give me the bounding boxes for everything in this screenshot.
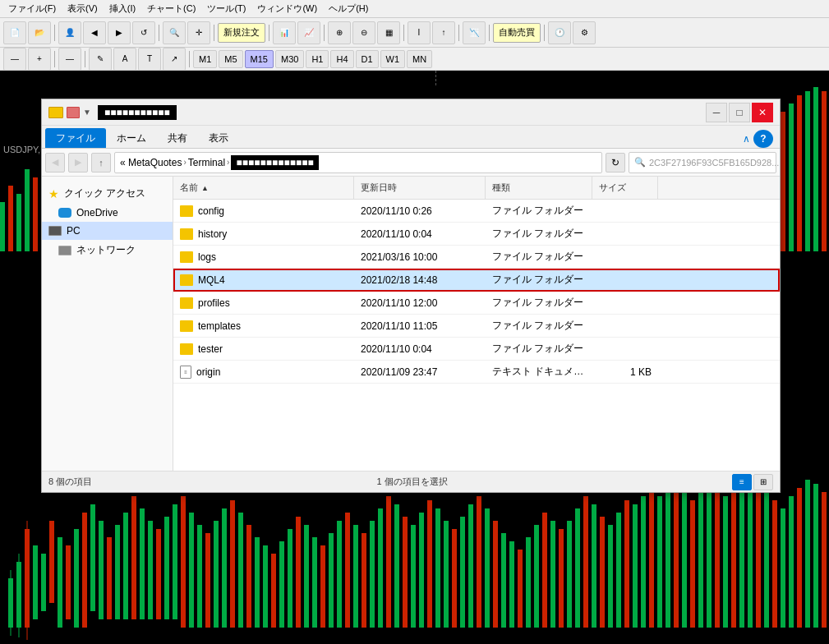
svg-rect-84: [649, 488, 654, 628]
onedrive-label: OneDrive: [76, 207, 118, 218]
tab-file[interactable]: ファイル: [45, 128, 106, 148]
file-row-config[interactable]: config 2020/11/10 0:26 ファイル フォルダー: [173, 200, 780, 223]
svg-rect-74: [567, 521, 572, 628]
star-icon: ★: [48, 187, 59, 200]
toolbar-arrow[interactable]: ↗: [163, 48, 186, 71]
svg-rect-32: [222, 508, 227, 628]
toolbar-bar2[interactable]: ↑: [432, 21, 455, 44]
address-bar: ◀ ▶ ↑ « MetaQuotes › Terminal › ■■■■■■■■…: [42, 149, 780, 177]
refresh-button[interactable]: ↻: [606, 153, 625, 172]
menu-file[interactable]: ファイル(F): [3, 1, 61, 16]
sidebar-item-network[interactable]: ネットワーク: [42, 240, 173, 260]
file-row-origin[interactable]: ≡ origin 2020/11/09 23:47 テキスト ドキュメント 1 …: [173, 361, 780, 384]
toolbar-line[interactable]: —: [3, 48, 26, 71]
toolbar-minus[interactable]: —: [58, 48, 81, 71]
toolbar-new-order[interactable]: 新規注文: [218, 23, 265, 43]
tf-w1[interactable]: W1: [380, 50, 406, 68]
addr-sep2: ›: [227, 158, 229, 167]
col-header-type[interactable]: 種類: [486, 177, 592, 199]
sidebar-item-onedrive[interactable]: OneDrive: [42, 204, 173, 222]
toolbar-forward[interactable]: ▶: [108, 21, 131, 44]
svg-rect-80: [616, 513, 621, 628]
svg-rect-40: [288, 529, 292, 628]
minimize-button[interactable]: ─: [706, 103, 727, 122]
toolbar-indicator[interactable]: 📈: [297, 21, 320, 44]
file-row-profiles[interactable]: profiles 2020/11/10 12:00 ファイル フォルダー: [173, 292, 780, 315]
help-button[interactable]: ?: [753, 130, 773, 148]
toolbar-history[interactable]: 📊: [273, 21, 296, 44]
svg-rect-82: [633, 504, 638, 628]
toolbar-text2[interactable]: T: [138, 48, 161, 71]
ribbon-collapse[interactable]: ∧: [743, 133, 750, 145]
toolbar-back[interactable]: ◀: [83, 21, 106, 44]
close-button[interactable]: ✕: [752, 103, 773, 122]
file-row-tester[interactable]: tester 2020/11/10 0:04 ファイル フォルダー: [173, 338, 780, 361]
view-details-button[interactable]: ≡: [732, 474, 752, 490]
toolbar-zoom-out[interactable]: ⊖: [352, 21, 375, 44]
svg-rect-86: [666, 492, 670, 628]
toolbar-draw[interactable]: ✎: [89, 48, 112, 71]
sidebar-item-pc[interactable]: PC: [42, 222, 173, 240]
file-row-history[interactable]: history 2020/11/10 0:04 ファイル フォルダー: [173, 223, 780, 246]
file-type-config: ファイル フォルダー: [486, 204, 592, 218]
back-button[interactable]: ◀: [45, 153, 65, 172]
tf-mn[interactable]: MN: [407, 50, 432, 68]
toolbar-zoom-bars[interactable]: ▦: [377, 21, 400, 44]
svg-rect-108: [16, 194, 21, 251]
menu-insert[interactable]: 挿入(I): [104, 1, 140, 16]
toolbar-clock[interactable]: 🕐: [548, 21, 571, 44]
file-row-templates[interactable]: templates 2020/11/10 11:05 ファイル フォルダー: [173, 315, 780, 338]
menu-window[interactable]: ウィンドウ(W): [252, 1, 322, 16]
svg-rect-25: [164, 517, 169, 619]
view-large-button[interactable]: ⊞: [753, 474, 773, 490]
toolbar-zoom-in[interactable]: 🔍: [163, 21, 186, 44]
toolbar-crosshair[interactable]: ✛: [187, 21, 210, 44]
svg-rect-91: [707, 484, 712, 628]
svg-rect-99: [772, 500, 777, 628]
tf-h1[interactable]: H1: [306, 50, 329, 68]
forward-button[interactable]: ▶: [68, 153, 88, 172]
tf-m5[interactable]: M5: [219, 50, 242, 68]
tf-h4[interactable]: H4: [330, 50, 353, 68]
file-row-logs[interactable]: logs 2021/03/16 10:00 ファイル フォルダー: [173, 246, 780, 269]
candles-area: [0, 480, 829, 644]
tab-home[interactable]: ホーム: [106, 128, 157, 148]
svg-rect-43: [312, 537, 317, 628]
folder-icon-tester: [180, 343, 193, 355]
toolbar-settings[interactable]: ⚙: [573, 21, 596, 44]
search-box[interactable]: 🔍 2C3F27196F93C5FB165D928...: [629, 152, 776, 173]
toolbar-text[interactable]: A: [113, 48, 136, 71]
menu-view[interactable]: 表示(V): [62, 1, 103, 16]
toolbar-refresh[interactable]: ↺: [132, 21, 155, 44]
toolbar-open[interactable]: 📂: [28, 21, 51, 44]
file-row-mql4[interactable]: MQL4 2021/02/18 14:48 ファイル フォルダー: [173, 269, 780, 292]
tf-m1[interactable]: M1: [193, 50, 217, 68]
menu-help[interactable]: ヘルプ(H): [324, 1, 373, 16]
content-area: ★ クイック アクセス OneDrive PC ネットワーク 名前: [42, 177, 780, 471]
toolbar-profiles[interactable]: 👤: [58, 21, 81, 44]
col-header-name[interactable]: 名前 ▲: [173, 177, 354, 199]
toolbar-bar1[interactable]: I: [408, 21, 431, 44]
maximize-button[interactable]: □: [729, 103, 750, 122]
toolbar-new-chart[interactable]: 📄: [3, 21, 26, 44]
toolbar-zoom-fit[interactable]: ⊕: [328, 21, 351, 44]
folder-icon-profiles: [180, 297, 193, 309]
address-path[interactable]: « MetaQuotes › Terminal › ■■■■■■■■■■■■■: [114, 152, 602, 173]
toolbar-auto-trade[interactable]: 自動売買: [493, 23, 541, 43]
tf-m15[interactable]: M15: [245, 50, 274, 68]
title-text: ■■■■■■■■■■■: [98, 105, 177, 120]
tab-share[interactable]: 共有: [157, 128, 198, 148]
file-list-area[interactable]: 名前 ▲ 更新日時 種類 サイズ config 2020: [173, 177, 780, 471]
menu-tools[interactable]: ツール(T): [202, 1, 251, 16]
svg-rect-206: [822, 91, 827, 251]
menu-chart[interactable]: チャート(C): [142, 1, 200, 16]
up-button[interactable]: ↑: [91, 153, 111, 172]
sidebar-item-quick-access[interactable]: ★ クイック アクセス: [42, 183, 173, 204]
toolbar-plus[interactable]: +: [28, 48, 51, 71]
tab-view[interactable]: 表示: [198, 128, 239, 148]
toolbar-chart-type[interactable]: 📉: [463, 21, 486, 44]
col-header-date[interactable]: 更新日時: [354, 177, 486, 199]
col-header-size[interactable]: サイズ: [592, 177, 658, 199]
tf-m30[interactable]: M30: [275, 50, 304, 68]
tf-d1[interactable]: D1: [356, 50, 379, 68]
